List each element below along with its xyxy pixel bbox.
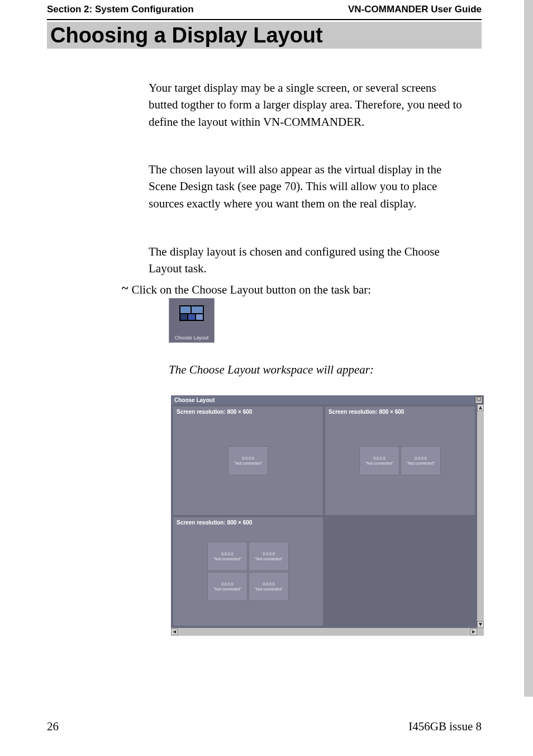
layout-option-2x2[interactable]: Screen resolution: 800 × 600 0.0.0.0 "No… bbox=[173, 517, 323, 626]
horizontal-scrollbar[interactable] bbox=[171, 628, 477, 636]
display-status: "Not connected" bbox=[365, 461, 393, 466]
display-status: "Not connected" bbox=[255, 587, 283, 592]
window-titlebar: Choose Layout bbox=[171, 395, 484, 404]
page-shadow bbox=[524, 0, 533, 697]
display-status: "Not connected" bbox=[213, 556, 241, 561]
panel-label: Screen resolution: 800 × 600 bbox=[329, 409, 404, 415]
svg-rect-0 bbox=[477, 397, 480, 400]
display-box: 0.0.0.0 "Not connected" bbox=[207, 572, 248, 601]
display-ip: 0.0.0.0 bbox=[373, 456, 385, 461]
display-ip: 0.0.0.0 bbox=[221, 551, 233, 556]
display-box: 0.0.0.0 "Not connected" bbox=[228, 446, 268, 475]
display-status: "Not connected" bbox=[213, 587, 241, 592]
taskbar-icon-label: Choose Layout bbox=[169, 335, 214, 341]
display-ip: 0.0.0.0 bbox=[242, 456, 254, 461]
paragraph-3: The display layout is chosen and configu… bbox=[149, 243, 467, 277]
display-ip: 0.0.0.0 bbox=[415, 456, 426, 461]
display-ip: 0.0.0.0 bbox=[263, 582, 274, 587]
page-title: Choosing a Display Layout bbox=[47, 23, 323, 48]
panel-label: Screen resolution: 800 × 600 bbox=[177, 519, 252, 526]
page-number: 26 bbox=[47, 720, 59, 734]
layout-option-1x2[interactable]: Screen resolution: 800 × 600 0.0.0.0 "No… bbox=[325, 407, 475, 515]
layout-option-blank bbox=[325, 517, 475, 626]
step-bullet-icon: ~ bbox=[122, 281, 128, 295]
panel-label: Screen resolution: 800 × 600 bbox=[177, 409, 252, 415]
display-status: "Not connected" bbox=[234, 461, 262, 466]
svg-marker-2 bbox=[479, 623, 482, 626]
svg-marker-3 bbox=[173, 630, 176, 634]
display-ip: 0.0.0.0 bbox=[263, 551, 274, 556]
header-section: Section 2: System Configuration bbox=[47, 4, 194, 15]
scroll-right-button[interactable] bbox=[470, 629, 477, 635]
scrollbar-corner bbox=[477, 628, 484, 636]
title-bar: Choosing a Display Layout bbox=[47, 22, 482, 49]
issue-label: I456GB issue 8 bbox=[408, 720, 482, 734]
display-ip: 0.0.0.0 bbox=[221, 582, 233, 587]
paragraph-2: The chosen layout will also appear as th… bbox=[149, 161, 467, 212]
display-box: 0.0.0.0 "Not connected" bbox=[249, 542, 289, 571]
layout-option-1x1[interactable]: Screen resolution: 800 × 600 0.0.0.0 "No… bbox=[173, 407, 323, 515]
display-status: "Not connected" bbox=[407, 461, 435, 466]
choose-layout-window: Choose Layout Screen resolution: 800 × 6… bbox=[171, 395, 484, 636]
svg-marker-1 bbox=[479, 406, 482, 409]
header-divider bbox=[47, 19, 482, 20]
display-box: 0.0.0.0 "Not connected" bbox=[207, 542, 248, 571]
choose-layout-taskbar-button[interactable]: Choose Layout bbox=[169, 298, 215, 343]
paragraph-1: Your target display may be a single scre… bbox=[149, 79, 467, 130]
window-collapse-button[interactable] bbox=[475, 396, 483, 404]
caption: The Choose Layout workspace will appear: bbox=[169, 361, 487, 378]
display-box: 0.0.0.0 "Not connected" bbox=[359, 446, 399, 475]
display-box: 0.0.0.0 "Not connected" bbox=[249, 572, 289, 601]
header-guide: VN-COMMANDER User Guide bbox=[348, 4, 482, 15]
choose-layout-icon bbox=[179, 305, 204, 324]
display-box: 0.0.0.0 "Not connected" bbox=[401, 446, 441, 475]
step-text: Click on the Choose Layout button on the… bbox=[131, 283, 371, 297]
display-status: "Not connected" bbox=[255, 556, 283, 561]
layout-panels-grid: Screen resolution: 800 × 600 0.0.0.0 "No… bbox=[173, 407, 475, 626]
document-page: Section 2: System Configuration VN-COMMA… bbox=[0, 0, 533, 756]
scroll-left-button[interactable] bbox=[171, 629, 178, 635]
scroll-down-button[interactable] bbox=[477, 621, 484, 628]
vertical-scrollbar[interactable] bbox=[477, 404, 484, 628]
step-row: ~ Click on the Choose Layout button on t… bbox=[122, 283, 468, 297]
scroll-up-button[interactable] bbox=[477, 404, 484, 411]
svg-marker-4 bbox=[472, 630, 475, 634]
window-title: Choose Layout bbox=[172, 397, 215, 403]
